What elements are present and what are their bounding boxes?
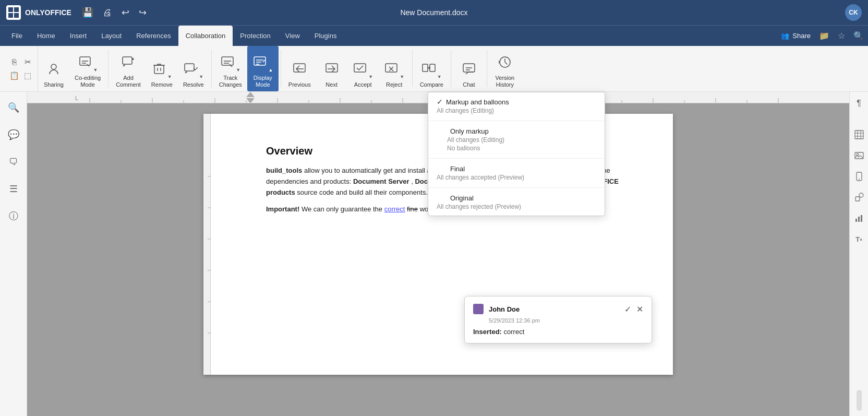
folder-icon[interactable]: 📁 [819,31,829,41]
svg-rect-11 [294,64,305,72]
app-name: ONLYOFFICE [25,8,71,17]
menu-protection[interactable]: Protection [233,26,278,46]
final-sub: All changes accepted (Preview) [437,174,596,181]
ribbon-group-version-history[interactable]: VersionHistory [489,46,521,91]
paste-icon[interactable]: 📋 [8,70,20,81]
resolve-icon-wrap: ▼ [183,62,203,79]
svg-point-60 [859,179,860,180]
image-icon[interactable] [852,148,866,163]
phone-icon[interactable] [852,169,866,184]
save-icon[interactable]: 💾 [82,7,93,18]
ribbon-group-track-changes[interactable]: ▼ TrackChanges [214,46,247,91]
redo-icon[interactable]: ↪ [139,7,147,18]
comment-accept-action[interactable]: ✓ [624,304,631,314]
info-sidebar-icon[interactable]: ⓘ [4,207,23,225]
ribbon-group-chat[interactable]: Chat [453,46,485,91]
sharing-label: Sharing [44,81,64,88]
ribbon-group-remove[interactable]: ▼ Remove [146,46,178,91]
display-mode-label: DisplayMode [254,75,272,88]
ribbon-group-compare[interactable]: ▼ Compare [415,46,449,91]
star-icon[interactable]: ☆ [838,31,845,41]
ribbon-group-accept[interactable]: ▼ Accept [347,46,379,91]
svg-rect-14 [385,64,397,72]
add-comment-icon [121,55,136,73]
shape-icon[interactable] [852,190,866,205]
comments-sidebar-icon[interactable]: 💬 [4,125,23,144]
table-icon[interactable] [852,127,866,142]
svg-text:L: L [75,95,78,101]
svg-rect-13 [354,64,366,72]
sep-5 [451,50,451,87]
ribbon-group-display-mode[interactable]: ▲ DisplayMode [247,46,279,91]
co-editing-icon-wrap: ▼ [78,55,98,73]
menu-home[interactable]: Home [30,26,63,46]
sep-4 [412,50,413,87]
dropdown-item-final[interactable]: Final All changes accepted (Preview) [428,160,605,186]
paragraph-mark-icon[interactable]: ¶ [852,96,866,111]
title-bar-icons: 💾 🖨 ↩ ↪ [82,7,147,18]
comment-inserted-text: correct [504,328,525,336]
ribbon-group-add-comment[interactable]: AddComment [111,46,146,91]
markup-balloons-title: ✓ Markup and balloons [437,98,596,106]
share-button[interactable]: 👥 Share [781,32,811,40]
chat-label: Chat [463,81,475,88]
dropdown-item-original[interactable]: Original All changes rejected (Preview) [428,189,605,216]
undo-icon[interactable]: ↩ [122,7,129,18]
sep-1 [108,50,108,87]
comment-header: John Doe ✓ ✕ [473,304,643,314]
menu-file[interactable]: File [4,26,30,46]
search-sidebar-icon[interactable]: 🔍 [4,98,23,117]
menu-collaboration[interactable]: Collaboration [178,26,233,46]
chart-icon[interactable] [852,211,866,225]
menu-references[interactable]: References [129,26,178,46]
print-icon[interactable]: 🖨 [103,7,112,18]
reject-label: Reject [386,81,402,88]
menu-plugins[interactable]: Plugins [307,26,344,46]
p1-bold1: build_tools [266,167,302,174]
avatar[interactable]: CK [845,4,862,21]
navigate-sidebar-icon[interactable]: ☰ [4,180,23,198]
menu-layout[interactable]: Layout [94,26,129,46]
svg-rect-65 [861,215,862,222]
comment-reject-action[interactable]: ✕ [636,304,643,314]
display-mode-arrow: ▲ [268,67,273,73]
dropdown-item-markup-balloons[interactable]: ✓ Markup and balloons All changes (Editi… [428,92,605,120]
dropdown-divider-2 [428,158,605,159]
select-icon[interactable]: ⬚ [22,70,33,81]
ribbon-group-resolve[interactable]: ▼ Resolve [178,46,209,91]
p2-bold: Important! [266,205,299,213]
svg-rect-15 [423,64,428,72]
previous-icon [292,62,307,79]
ribbon-group-sharing[interactable]: Sharing [38,46,69,91]
right-scrollbar[interactable] [857,390,862,411]
share-icon: 👥 [781,32,789,40]
text-icon[interactable]: Ta [852,232,866,246]
sharing-icon [46,62,61,79]
right-sidebar: ¶ [849,92,868,416]
display-mode-icon [252,55,267,73]
track-changes-label: TrackChanges [219,75,242,88]
svg-point-58 [857,153,859,156]
resolve-icon [183,62,198,79]
version-history-label: VersionHistory [496,75,515,88]
p1-bold2: Document Server [353,177,409,185]
menu-insert[interactable]: Insert [63,26,94,46]
ribbon-group-co-editing[interactable]: ▼ Co-editingMode [69,46,106,91]
ruler-vertical [203,114,211,375]
comment-actions: ✓ ✕ [624,304,643,314]
chat-sidebar-icon[interactable]: 🗨 [4,152,23,171]
svg-rect-6 [123,57,132,64]
search-menu-icon[interactable]: 🔍 [853,31,864,41]
menu-view[interactable]: View [278,26,307,46]
reject-arrow: ▼ [400,74,404,79]
display-mode-dropdown: ✓ Markup and balloons All changes (Editi… [428,92,605,216]
compare-label: Compare [420,81,443,88]
next-icon [324,62,339,79]
p2-strikethrough: fine [407,205,418,213]
ribbon-group-previous[interactable]: Previous [283,46,316,91]
ribbon-group-reject[interactable]: ▼ Reject [379,46,410,91]
dropdown-item-only-markup[interactable]: Only markup All changes (Editing) No bal… [428,122,605,157]
cut-icon[interactable]: ✂ [22,56,33,68]
copy-icon[interactable]: ⎘ [8,56,20,68]
ribbon-group-next[interactable]: Next [316,46,347,91]
